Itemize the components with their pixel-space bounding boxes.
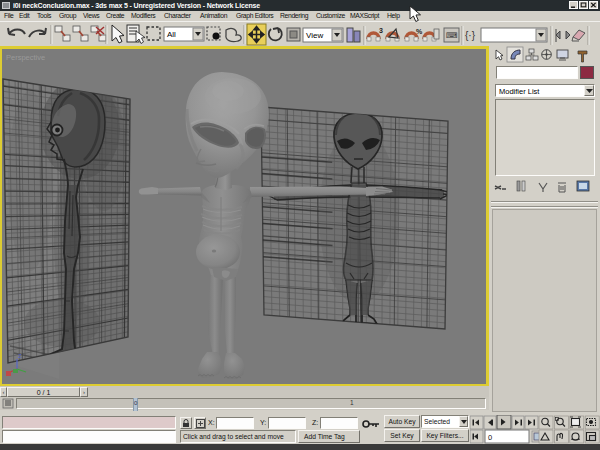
svg-text:{·}: {·}	[465, 30, 476, 41]
svg-text:View: View	[306, 31, 323, 40]
svg-text:3: 3	[379, 27, 383, 34]
svg-text:Perspective: Perspective	[6, 53, 45, 62]
svg-text:0: 0	[488, 433, 492, 442]
svg-text:%: %	[416, 28, 423, 35]
svg-text:Z: Z	[18, 353, 22, 359]
svg-text:⌨: ⌨	[446, 31, 458, 40]
